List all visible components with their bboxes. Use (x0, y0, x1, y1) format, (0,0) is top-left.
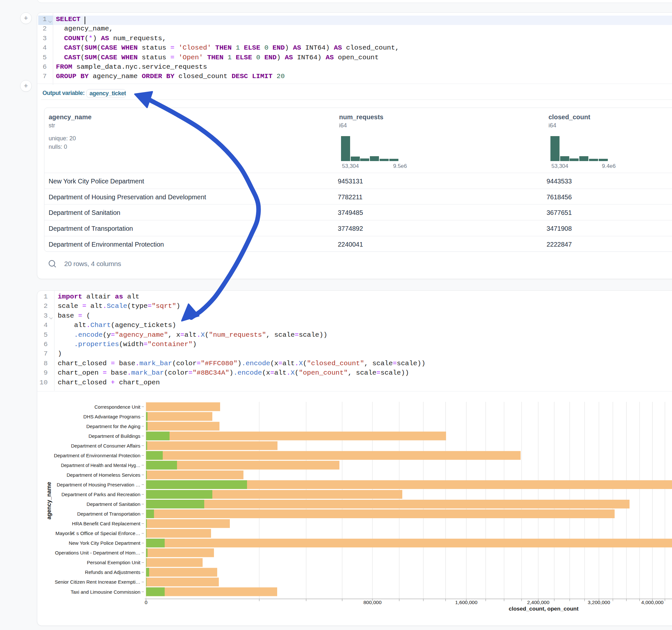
svg-text:Department of Health and Menta: Department of Health and Mental Hyg… (61, 462, 140, 468)
svg-text:agency_name: agency_name (46, 482, 52, 519)
svg-text:closed_count, open_count: closed_count, open_count (509, 606, 579, 612)
svg-text:Taxi and Limousine Commission: Taxi and Limousine Commission (71, 589, 140, 595)
svg-text:1,600,000: 1,600,000 (455, 600, 478, 605)
svg-text:Department of Environmental Pr: Department of Environmental Protection (54, 453, 140, 458)
svg-text:3,200,000: 3,200,000 (588, 600, 610, 605)
svg-text:2,400,000: 2,400,000 (527, 600, 549, 605)
svg-text:Department of Homeless Service: Department of Homeless Services (67, 472, 140, 478)
svg-text:Senior Citizen Rent Increase E: Senior Citizen Rent Increase Exempti… (55, 579, 140, 585)
svg-text:Department of Buildings: Department of Buildings (89, 433, 140, 439)
svg-text:Department of Housing Preserva: Department of Housing Preservation … (57, 482, 140, 487)
svg-text:Refunds and Adjustments: Refunds and Adjustments (85, 570, 140, 575)
svg-text:Department of Consumer Affairs: Department of Consumer Affairs (71, 443, 140, 449)
svg-text:800,000: 800,000 (363, 600, 382, 605)
svg-text:4,000,000: 4,000,000 (641, 600, 664, 605)
svg-text:DHS Advantage Programs: DHS Advantage Programs (83, 414, 140, 419)
svg-text:Department of Transportation: Department of Transportation (77, 511, 140, 516)
svg-text:New York City Police Departmen: New York City Police Department (69, 540, 141, 546)
svg-text:0: 0 (145, 600, 147, 605)
svg-text:Department of Sanitation: Department of Sanitation (87, 501, 140, 507)
svg-text:Correspondence Unit: Correspondence Unit (94, 404, 141, 410)
svg-text:Operations Unit - Department o: Operations Unit - Department of Hom… (55, 550, 140, 555)
svg-text:Department of Parks and Recrea: Department of Parks and Recreation (62, 492, 140, 497)
svg-text:Personal Exemption Unit: Personal Exemption Unit (87, 560, 141, 565)
svg-text:HRA Benefit Card Replacement: HRA Benefit Card Replacement (72, 521, 141, 526)
svg-text:Mayorâ€ s Office of Special En: Mayorâ€ s Office of Special Enforce… (55, 531, 140, 536)
svg-text:Department for the Aging: Department for the Aging (86, 423, 140, 429)
